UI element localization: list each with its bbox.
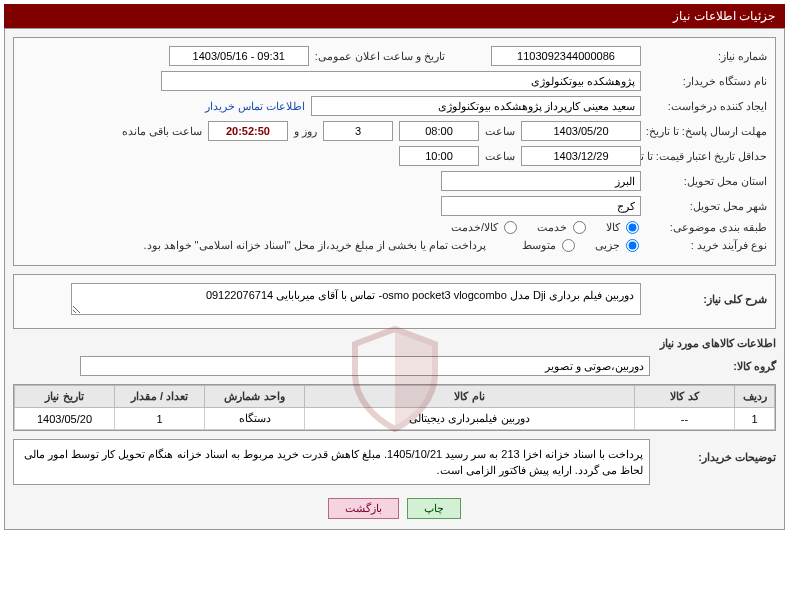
table-row[interactable]: 1 -- دوربین فیلمبرداری دیجیتالی دستگاه 1… — [15, 408, 775, 430]
announce-dt-field[interactable] — [169, 46, 309, 66]
goods-table-container: ردیف کد کالا نام کالا واحد شمارش تعداد /… — [13, 384, 776, 431]
countdown-field — [208, 121, 288, 141]
deadline-date-field[interactable] — [521, 121, 641, 141]
page-title-bar: جزئیات اطلاعات نیاز — [4, 4, 785, 28]
th-name: نام کالا — [305, 386, 635, 408]
cell-code: -- — [635, 408, 735, 430]
cell-qty: 1 — [115, 408, 205, 430]
general-desc-field[interactable] — [71, 283, 641, 315]
need-no-field[interactable] — [491, 46, 641, 66]
province-field[interactable] — [441, 171, 641, 191]
deadline-label: مهلت ارسال پاسخ: تا تاریخ: — [647, 125, 767, 138]
main-panel: شماره نیاز: تاریخ و ساعت اعلان عمومی: نا… — [4, 28, 785, 530]
goods-info-header: اطلاعات کالاهای مورد نیاز — [13, 337, 776, 350]
validity-date-field[interactable] — [521, 146, 641, 166]
buyer-contact-link[interactable]: اطلاعات تماس خریدار — [205, 100, 305, 113]
days-and-label: روز و — [294, 125, 317, 138]
validity-time-field[interactable] — [399, 146, 479, 166]
radio-service-label: خدمت — [537, 221, 567, 234]
need-no-label: شماره نیاز: — [647, 50, 767, 63]
buyer-notes-label: توضیحات خریدار: — [656, 439, 776, 464]
cell-unit: دستگاه — [205, 408, 305, 430]
buyer-org-field[interactable] — [161, 71, 641, 91]
radio-medium[interactable] — [562, 239, 575, 252]
goods-section: شرح کلی نیاز: اطلاعات کالاهای مورد نیاز … — [13, 274, 776, 485]
city-field[interactable] — [441, 196, 641, 216]
radio-partial[interactable] — [626, 239, 639, 252]
goods-group-label: گروه کالا: — [656, 360, 776, 373]
category-radio-group: کالا خدمت کالا/خدمت — [451, 221, 641, 234]
page-title: جزئیات اطلاعات نیاز — [673, 9, 775, 23]
general-desc-label: شرح کلی نیاز: — [647, 293, 767, 306]
hour-label-2: ساعت — [485, 150, 515, 163]
th-row: ردیف — [735, 386, 775, 408]
hour-label-1: ساعت — [485, 125, 515, 138]
city-label: شهر محل تحویل: — [647, 200, 767, 213]
button-row: چاپ بازگشت — [13, 490, 776, 521]
desc-panel: شرح کلی نیاز: — [13, 274, 776, 329]
back-button[interactable]: بازگشت — [328, 498, 399, 519]
province-label: استان محل تحویل: — [647, 175, 767, 188]
radio-goods-label: کالا — [606, 221, 620, 234]
validity-label: حداقل تاریخ اعتبار قیمت: تا تاریخ: — [647, 150, 767, 163]
cell-row: 1 — [735, 408, 775, 430]
deadline-time-field[interactable] — [399, 121, 479, 141]
process-radio-group: جزیی متوسط — [522, 239, 641, 252]
cell-name: دوربین فیلمبرداری دیجیتالی — [305, 408, 635, 430]
requester-field[interactable] — [311, 96, 641, 116]
radio-service[interactable] — [573, 221, 586, 234]
cell-date: 1403/05/20 — [15, 408, 115, 430]
radio-goods[interactable] — [626, 221, 639, 234]
radio-medium-label: متوسط — [522, 239, 556, 252]
radio-goods-service-label: کالا/خدمت — [451, 221, 498, 234]
th-qty: تعداد / مقدار — [115, 386, 205, 408]
category-label: طبقه بندی موضوعی: — [647, 221, 767, 234]
days-left-field[interactable] — [323, 121, 393, 141]
buyer-org-label: نام دستگاه خریدار: — [647, 75, 767, 88]
announce-dt-label: تاریخ و ساعت اعلان عمومی: — [315, 50, 445, 63]
goods-table: ردیف کد کالا نام کالا واحد شمارش تعداد /… — [14, 385, 775, 430]
print-button[interactable]: چاپ — [407, 498, 461, 519]
payment-note-text: پرداخت تمام یا بخشی از مبلغ خرید،از محل … — [143, 239, 486, 252]
th-code: کد کالا — [635, 386, 735, 408]
goods-group-field[interactable] — [80, 356, 650, 376]
remaining-label: ساعت باقی مانده — [122, 125, 202, 138]
buyer-notes-box[interactable]: پرداخت با اسناد خزانه اخزا 213 به سر رسی… — [13, 439, 650, 485]
radio-goods-service[interactable] — [504, 221, 517, 234]
requester-label: ایجاد کننده درخواست: — [647, 100, 767, 113]
th-unit: واحد شمارش — [205, 386, 305, 408]
radio-partial-label: جزیی — [595, 239, 620, 252]
th-date: تاریخ نیاز — [15, 386, 115, 408]
header-form: شماره نیاز: تاریخ و ساعت اعلان عمومی: نا… — [13, 37, 776, 266]
process-label: نوع فرآیند خرید : — [647, 239, 767, 252]
